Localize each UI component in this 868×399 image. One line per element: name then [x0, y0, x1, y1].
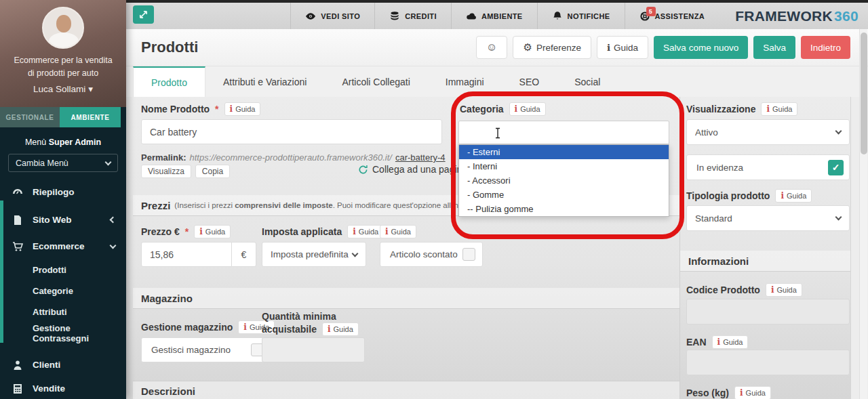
- chevron-down-icon: [105, 159, 112, 165]
- chevron-down-icon: [352, 250, 359, 257]
- calculator-icon: [12, 383, 23, 394]
- articolo-scontato-row: Articolo scontato: [380, 242, 483, 267]
- chevron-down-icon: [110, 242, 117, 249]
- page-scrollbar[interactable]: [859, 29, 867, 399]
- text-cursor: [494, 127, 501, 139]
- guida-badge-prezzo[interactable]: iGuida: [194, 225, 231, 238]
- articolo-scontato-checkbox[interactable]: [462, 248, 475, 261]
- topbar-ambiente[interactable]: AMBIENTE: [451, 3, 537, 29]
- sidebar-item-vendite[interactable]: Vendite: [0, 377, 126, 399]
- assistenza-badge: 5: [646, 7, 656, 16]
- user-name: Luca Sollami: [33, 84, 85, 94]
- topbar-crediti[interactable]: CREDITI: [374, 3, 451, 29]
- guida-badge-peso[interactable]: iGuida: [734, 386, 771, 399]
- product-tabs: Prodotto Attributi e Variazioni Articoli…: [126, 66, 868, 97]
- tab-immagini[interactable]: Immagini: [428, 66, 502, 97]
- categoria-option-gomme[interactable]: - Gomme: [459, 188, 669, 202]
- guida-badge-imposta[interactable]: iGuida: [347, 225, 384, 238]
- permalink-slug[interactable]: car-battery-4: [395, 152, 446, 163]
- categoria-option-esterni[interactable]: - Esterni: [459, 145, 669, 159]
- guida-badge-quantita[interactable]: iGuida: [322, 322, 359, 336]
- scrollbar-thumb[interactable]: [861, 33, 867, 154]
- sidebar-item-clienti[interactable]: Clienti: [0, 353, 126, 377]
- prezzo-input[interactable]: [141, 242, 232, 267]
- tab-attributi-e-variazioni[interactable]: Attributi e Variazioni: [205, 66, 324, 97]
- guida-badge-categoria[interactable]: iGuida: [509, 102, 546, 116]
- topbar-vedi-sito[interactable]: VEDI SITO: [290, 3, 374, 29]
- categoria-label: Categoria iGuida: [460, 102, 546, 116]
- user-menu[interactable]: Luca Sollami ▾: [0, 83, 126, 94]
- coins-icon: [389, 11, 400, 22]
- gestione-magazzino-label: Gestione magazzino iGuida: [141, 320, 275, 334]
- valuta-suffix: €: [232, 242, 256, 267]
- topbar-assistenza[interactable]: 5 ASSISTENZA: [625, 3, 719, 29]
- categoria-option-accessori[interactable]: - Accessori: [459, 173, 669, 188]
- expand-icon: [138, 9, 149, 20]
- categoria-search-input[interactable]: [458, 121, 669, 144]
- feedback-smiley-button[interactable]: ☺: [476, 36, 507, 59]
- categoria-option-interni[interactable]: - Interni: [459, 159, 669, 173]
- page-header: Prodotti ☺ ⚙Preferenze iGuida Salva come…: [126, 29, 868, 66]
- permalink-url: https://ecommerce-prodottiperauto.framew…: [189, 152, 391, 163]
- cambia-menu-select[interactable]: Cambia Menù: [8, 154, 118, 172]
- sidebar-item-attributi[interactable]: Attributi: [0, 301, 126, 322]
- ean-label: EAN iGuida: [686, 335, 748, 349]
- guida-badge-visualizzazione[interactable]: iGuida: [761, 102, 797, 116]
- tab-gestionale[interactable]: GESTIONALE: [0, 107, 60, 127]
- nome-prodotto-input[interactable]: [141, 119, 442, 144]
- codice-prodotto-input[interactable]: [686, 299, 850, 324]
- tab-prodotto[interactable]: Prodotto: [133, 66, 205, 97]
- sidebar-item-riepilogo[interactable]: Riepilogo: [0, 180, 126, 204]
- tab-social[interactable]: Social: [557, 66, 618, 97]
- app-window: Ecommerce per la vendita di prodotti per…: [0, 0, 868, 399]
- sidebar-item-sito-web[interactable]: Sito Web: [0, 208, 126, 232]
- stato-select[interactable]: Attivo: [686, 119, 850, 145]
- tab-content-prodotto: Nome Prodotto * iGuida Permalink: https:…: [126, 97, 868, 399]
- indietro-button[interactable]: Indietro: [801, 36, 850, 59]
- quantita-minima-input[interactable]: [262, 337, 365, 362]
- guida-badge-codice[interactable]: iGuida: [766, 283, 802, 297]
- tipologia-select[interactable]: Standard: [686, 205, 850, 231]
- articolo-scontato-label: iGuida: [380, 225, 416, 238]
- info-icon: i: [607, 42, 610, 53]
- workspace-title: Ecommerce per la vendita di prodotti per…: [10, 54, 116, 81]
- in-evidenza-checkbox[interactable]: ✓: [828, 160, 844, 175]
- framework360-logo[interactable]: FRAMEWORK 360: [719, 3, 868, 29]
- salva-button[interactable]: Salva: [753, 36, 795, 59]
- preferenze-button[interactable]: ⚙Preferenze: [513, 36, 591, 59]
- tab-seo[interactable]: SEO: [502, 66, 557, 97]
- ean-input[interactable]: [686, 350, 850, 375]
- topbar-notifiche[interactable]: NOTIFICHE: [537, 3, 625, 29]
- prezzo-label: Prezzo € * iGuida: [141, 225, 231, 238]
- categoria-option-pulizia-gomme[interactable]: -- Pulizia gomme: [459, 202, 669, 216]
- gauge-icon: [12, 187, 23, 198]
- tab-ambiente[interactable]: AMBIENTE: [60, 107, 121, 127]
- guida-button[interactable]: iGuida: [597, 36, 648, 59]
- tab-articoli-collegati[interactable]: Articoli Collegati: [324, 66, 427, 97]
- file-icon: [12, 215, 23, 226]
- guida-badge-tipologia[interactable]: iGuida: [775, 189, 812, 203]
- avatar[interactable]: [42, 7, 84, 49]
- profile-block: Ecommerce per la vendita di prodotti per…: [0, 0, 126, 107]
- imposta-applicata-select[interactable]: Imposta predefinita (22.: [262, 242, 366, 267]
- bell-icon: [552, 11, 563, 22]
- expand-sidebar-button[interactable]: [133, 5, 154, 24]
- cart-icon: [12, 241, 23, 252]
- copia-button[interactable]: Copia: [195, 165, 230, 178]
- guida-badge-ean[interactable]: iGuida: [712, 335, 749, 349]
- menu-caption: Menù Super Admin: [0, 138, 126, 147]
- chevron-down-icon: [835, 214, 842, 221]
- required-asterisk: *: [185, 226, 189, 237]
- visualizza-button[interactable]: Visualizza: [141, 165, 191, 178]
- guida-badge-nome[interactable]: iGuida: [224, 102, 261, 116]
- permalink-line: Permalink: https://ecommerce-prodottiper…: [141, 152, 446, 163]
- sidebar-item-ecommerce[interactable]: Ecommerce: [0, 234, 126, 258]
- sidebar-item-gestione-contrassegni[interactable]: Gestione Contrassegni: [0, 322, 126, 343]
- sidebar-item-prodotti[interactable]: Prodotti: [0, 259, 126, 280]
- salva-come-nuovo-button[interactable]: Salva come nuovo: [654, 36, 748, 59]
- active-section-accent: [0, 201, 3, 343]
- sidebar-item-categorie[interactable]: Categorie: [0, 280, 126, 301]
- guida-badge-scontato[interactable]: iGuida: [380, 225, 416, 238]
- nome-prodotto-label: Nome Prodotto * iGuida: [141, 102, 260, 116]
- gear-icon: ⚙: [523, 41, 532, 54]
